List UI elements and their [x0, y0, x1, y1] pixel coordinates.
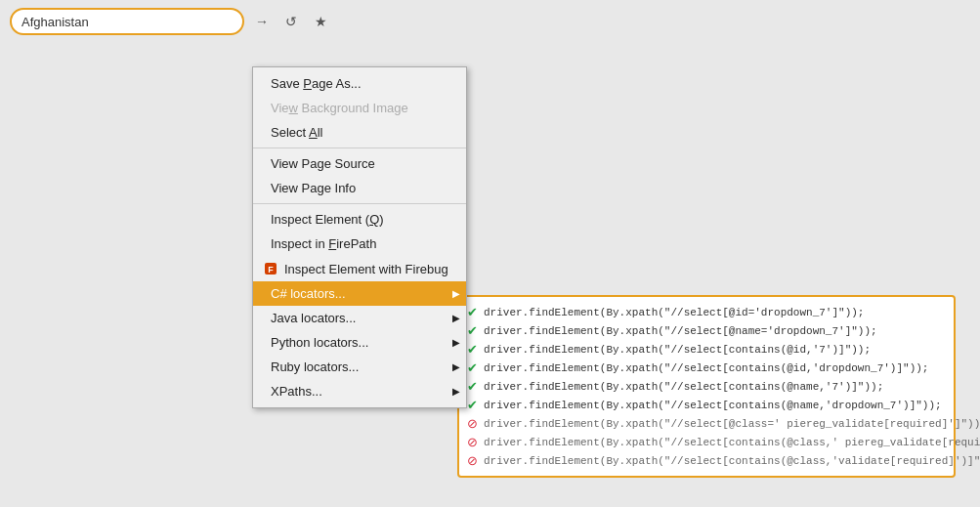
menu-item-csharp-locators[interactable]: C# locators... — [253, 281, 466, 306]
menu-item-inspect-firebug[interactable]: F Inspect Element with Firebug — [253, 256, 466, 281]
menu-item-label: Ruby locators... — [271, 359, 359, 374]
firebug-icon: F — [263, 261, 278, 276]
result-code-warn-1: driver.findElement(By.xpath("//select[@c… — [484, 418, 980, 430]
result-row-warn-1: ⊘ driver.findElement(By.xpath("//select[… — [467, 414, 946, 433]
menu-item-label: Python locators... — [271, 335, 368, 350]
menu-item-python-locators[interactable]: Python locators... — [253, 330, 466, 355]
menu-item-label: Inspect in FirePath — [271, 236, 376, 251]
check-icon-2: ✔ — [467, 323, 478, 338]
menu-item-label: View Background Image — [271, 101, 408, 115]
result-code-5: driver.findElement(By.xpath("//select[co… — [484, 381, 883, 393]
warn-icon-3: ⊘ — [467, 453, 478, 468]
menu-item-label: C# locators... — [271, 286, 346, 301]
context-menu: Save Page As... View Background Image Se… — [252, 66, 467, 408]
menu-item-label: Java locators... — [271, 311, 356, 325]
check-icon-5: ✔ — [467, 379, 478, 394]
menu-item-label: XPaths... — [271, 384, 322, 399]
result-row-success-6: ✔ driver.findElement(By.xpath("//select[… — [467, 396, 946, 414]
result-code-2: driver.findElement(By.xpath("//select[@n… — [484, 325, 877, 337]
nav-refresh-button[interactable]: ↺ — [279, 10, 303, 33]
check-icon-1: ✔ — [467, 305, 478, 319]
menu-item-label: View Page Info — [271, 181, 356, 195]
browser-chrome: → ↺ ★ — [10, 8, 332, 35]
menu-item-label: Select All — [271, 125, 322, 140]
warn-icon-1: ⊘ — [467, 416, 478, 431]
result-row-success-3: ✔ driver.findElement(By.xpath("//select[… — [467, 340, 946, 359]
results-panel: ✔ driver.findElement(By.xpath("//select[… — [457, 295, 956, 478]
result-row-success-5: ✔ driver.findElement(By.xpath("//select[… — [467, 377, 946, 396]
result-row-warn-3: ⊘ driver.findElement(By.xpath("//select[… — [467, 451, 946, 470]
menu-item-label: View Page Source — [271, 156, 375, 171]
menu-item-java-locators[interactable]: Java locators... — [253, 306, 466, 330]
result-code-6: driver.findElement(By.xpath("//select[co… — [484, 400, 942, 411]
result-row-success-2: ✔ driver.findElement(By.xpath("//select[… — [467, 321, 946, 340]
menu-item-view-bg-image: View Background Image — [253, 96, 466, 120]
address-bar[interactable] — [10, 8, 244, 35]
result-row-success-4: ✔ driver.findElement(By.xpath("//select[… — [467, 359, 946, 377]
menu-item-label: Inspect Element (Q) — [271, 212, 384, 227]
menu-item-view-page-source[interactable]: View Page Source — [253, 151, 466, 176]
menu-item-xpaths[interactable]: XPaths... — [253, 379, 466, 403]
result-code-warn-2: driver.findElement(By.xpath("//select[co… — [484, 437, 980, 448]
menu-separator-2 — [253, 203, 466, 204]
result-code-1: driver.findElement(By.xpath("//select[@i… — [484, 307, 864, 318]
menu-item-inspect-element[interactable]: Inspect Element (Q) — [253, 207, 466, 232]
svg-text:F: F — [268, 265, 274, 275]
result-row-success-1: ✔ driver.findElement(By.xpath("//select[… — [467, 303, 946, 321]
menu-item-inspect-firepath[interactable]: Inspect in FirePath — [253, 232, 466, 256]
menu-item-ruby-locators[interactable]: Ruby locators... — [253, 355, 466, 379]
menu-item-label: Inspect Element with Firebug — [284, 262, 448, 276]
result-code-3: driver.findElement(By.xpath("//select[co… — [484, 344, 871, 356]
nav-bookmark-button[interactable]: ★ — [309, 10, 332, 33]
warn-icon-2: ⊘ — [467, 435, 478, 449]
menu-item-label: Save Page As... — [271, 76, 362, 91]
menu-item-save-page-as[interactable]: Save Page As... — [253, 71, 466, 96]
result-code-4: driver.findElement(By.xpath("//select[co… — [484, 362, 928, 374]
menu-item-select-all[interactable]: Select All — [253, 120, 466, 145]
check-icon-4: ✔ — [467, 360, 478, 375]
result-code-warn-3: driver.findElement(By.xpath("//select[co… — [484, 455, 980, 467]
menu-item-view-page-info[interactable]: View Page Info — [253, 176, 466, 200]
menu-separator-1 — [253, 148, 466, 148]
nav-forward-button[interactable]: → — [250, 10, 274, 33]
check-icon-6: ✔ — [467, 398, 478, 412]
check-icon-3: ✔ — [467, 342, 478, 357]
result-row-warn-2: ⊘ driver.findElement(By.xpath("//select[… — [467, 433, 946, 451]
